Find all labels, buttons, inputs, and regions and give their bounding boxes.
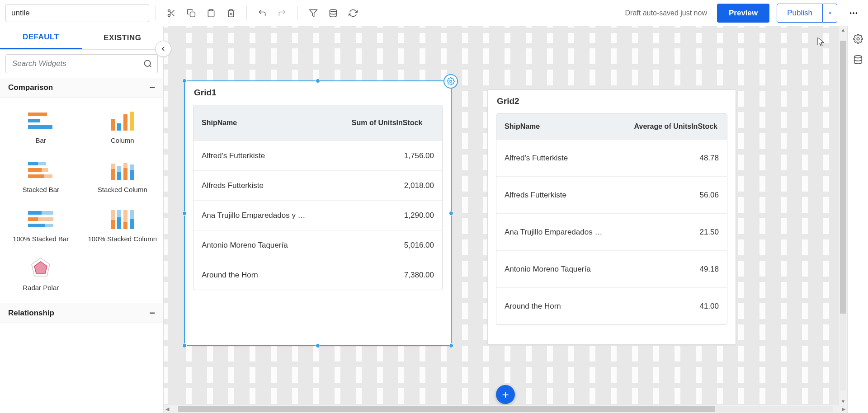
widget-title: Grid2: [488, 90, 736, 111]
svg-rect-22: [123, 114, 127, 131]
canvas[interactable]: Grid1 ShipName Sum of UnitsInStock Alfre…: [164, 26, 847, 413]
column-header[interactable]: Average of UnitsInStock: [625, 122, 727, 131]
search-icon: [143, 59, 152, 68]
scroll-right-icon[interactable]: ▶: [840, 405, 847, 413]
widget-radar-polar[interactable]: Radar Polar: [0, 249, 82, 299]
bar-icon: [24, 108, 57, 133]
preview-button[interactable]: Preview: [717, 4, 769, 23]
table-row[interactable]: Antonio Moreno Taquería49.18: [496, 250, 727, 287]
svg-point-54: [450, 80, 452, 83]
svg-point-12: [850, 12, 852, 14]
collapse-icon: −: [149, 307, 155, 319]
svg-marker-11: [829, 12, 831, 14]
widget-label: Radar Polar: [23, 284, 59, 292]
widget-bar[interactable]: Bar: [0, 102, 82, 151]
svg-line-3: [172, 14, 175, 16]
table-row[interactable]: Around the Horn7,380.00: [193, 260, 442, 290]
tab-existing[interactable]: EXISTING: [82, 26, 164, 49]
search-widgets-input[interactable]: [5, 54, 158, 73]
widget-label: Stacked Column: [98, 186, 147, 194]
svg-rect-27: [42, 168, 48, 172]
svg-rect-35: [123, 163, 127, 168]
category-relationship[interactable]: Relationship −: [0, 303, 163, 323]
widget-label: 100% Stacked Bar: [13, 235, 69, 244]
svg-rect-29: [44, 174, 52, 178]
refresh-button[interactable]: [344, 4, 362, 22]
svg-point-55: [857, 38, 859, 40]
svg-rect-49: [123, 222, 127, 229]
more-menu-button[interactable]: [844, 4, 863, 22]
pct-stacked-bar-icon: [24, 207, 57, 231]
widget-100-stacked-bar[interactable]: 100% Stacked Bar: [0, 201, 82, 250]
publish-button[interactable]: Publish: [777, 4, 823, 23]
datasource-button[interactable]: [324, 4, 342, 22]
widget-settings-button[interactable]: [443, 74, 458, 89]
table-row[interactable]: Around the Horn41.00: [496, 287, 727, 324]
table-row[interactable]: Alfreds Futterkiste56.06: [496, 176, 727, 213]
divider: [246, 6, 247, 20]
widget-100-stacked-column[interactable]: 100% Stacked Column: [82, 201, 164, 250]
widget-stacked-bar[interactable]: Stacked Bar: [0, 151, 82, 201]
svg-point-56: [854, 56, 862, 58]
divider: [156, 6, 156, 20]
pct-stacked-column-icon: [106, 207, 139, 231]
svg-line-4: [170, 11, 171, 13]
autosave-status: Draft auto-saved just now: [625, 9, 707, 17]
svg-rect-28: [28, 174, 44, 178]
table-row[interactable]: Alfreds Futterkiste2,018.00: [193, 170, 442, 200]
filter-button[interactable]: [304, 4, 322, 22]
right-rail: [847, 26, 868, 413]
table-row[interactable]: Alfred's Futterkiste48.78: [496, 139, 727, 176]
table-row[interactable]: Ana Trujillo Emparedados y …1,290.00: [193, 200, 442, 230]
vertical-scrollbar[interactable]: ▲ ▼: [839, 26, 847, 405]
horizontal-scrollbar[interactable]: ◀ ▶: [164, 405, 847, 413]
scroll-down-icon[interactable]: ▼: [840, 398, 847, 405]
svg-rect-30: [111, 169, 115, 180]
svg-point-13: [853, 12, 854, 14]
table-row[interactable]: Antonio Moreno Taquería5,016.00: [193, 230, 442, 260]
svg-rect-25: [38, 162, 46, 165]
datasource-panel-button[interactable]: [851, 52, 865, 67]
tab-default[interactable]: DEFAULT: [0, 26, 82, 49]
redo-button[interactable]: [273, 4, 291, 22]
category-label: Relationship: [8, 309, 54, 318]
delete-button[interactable]: [222, 4, 240, 22]
column-header[interactable]: ShipName: [193, 119, 332, 127]
dashboard-title-input[interactable]: [5, 4, 149, 22]
svg-point-0: [168, 9, 170, 12]
paste-button[interactable]: [202, 4, 220, 22]
scroll-up-icon[interactable]: ▲: [840, 26, 847, 33]
svg-marker-53: [34, 262, 47, 273]
widget-label: Bar: [36, 136, 46, 145]
svg-point-14: [856, 12, 858, 14]
svg-line-16: [150, 66, 151, 67]
svg-rect-6: [210, 9, 213, 10]
publish-dropdown[interactable]: [823, 4, 837, 23]
add-widget-fab[interactable]: +: [496, 385, 515, 404]
cut-button[interactable]: [162, 4, 180, 22]
table-row[interactable]: Ana Trujillo Emparedados …21.50: [496, 213, 727, 250]
svg-rect-23: [130, 112, 134, 131]
svg-rect-37: [130, 164, 134, 170]
svg-rect-43: [45, 224, 53, 227]
copy-button[interactable]: [182, 4, 200, 22]
collapse-icon: −: [149, 82, 155, 94]
widget-grid1[interactable]: Grid1 ShipName Sum of UnitsInStock Alfre…: [184, 80, 452, 346]
svg-rect-42: [28, 224, 45, 227]
collapse-sidebar-button[interactable]: [155, 41, 171, 57]
column-header[interactable]: ShipName: [496, 122, 625, 131]
stacked-bar-icon: [24, 158, 57, 182]
table-row[interactable]: Alfred's Futterkiste1,756.00: [193, 141, 442, 170]
svg-rect-24: [28, 162, 38, 165]
canvas-area: Grid1 ShipName Sum of UnitsInStock Alfre…: [164, 26, 847, 413]
column-header[interactable]: Sum of UnitsInStock: [332, 119, 442, 127]
svg-point-15: [145, 61, 151, 66]
category-comparison[interactable]: Comparison −: [0, 78, 163, 98]
scroll-left-icon[interactable]: ◀: [164, 405, 171, 413]
svg-rect-5: [190, 12, 195, 17]
widget-grid2[interactable]: Grid2 ShipName Average of UnitsInStock A…: [487, 89, 736, 345]
undo-button[interactable]: [253, 4, 271, 22]
properties-button[interactable]: [851, 32, 865, 46]
widget-stacked-column[interactable]: Stacked Column: [82, 151, 164, 201]
widget-column[interactable]: Column: [82, 102, 164, 151]
